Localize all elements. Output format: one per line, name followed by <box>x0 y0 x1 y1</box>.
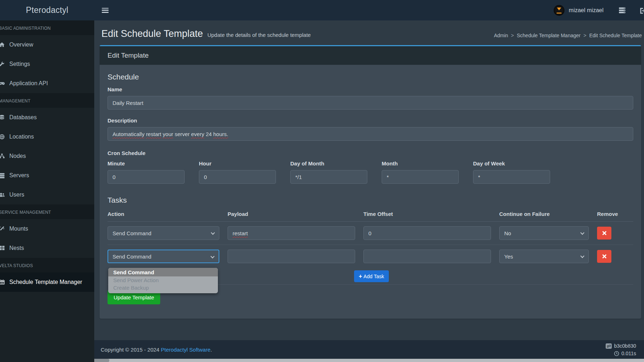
sitemap-icon <box>0 153 6 159</box>
action-value: Send Command <box>113 230 151 236</box>
add-task-button[interactable]: + Add Task <box>354 270 389 282</box>
breadcrumb-item: Edit Schedule Template <box>589 33 642 38</box>
sidebar-section-header: MANAGEMENT <box>0 93 94 108</box>
cron-field-label: Day of Month <box>290 160 367 166</box>
panel-title: Edit Template <box>100 46 641 65</box>
breadcrumb-item[interactable]: Schedule Template Manager <box>517 33 581 38</box>
tasks-section: Tasks ActionPayloadTime OffsetContinue o… <box>108 196 633 314</box>
description-input[interactable]: Automatically restart your server every … <box>108 127 633 141</box>
sidebar-section-header: SERVICE MANAGEMENT <box>0 204 94 219</box>
home-icon <box>0 42 6 48</box>
sidebar-item-label: Users <box>9 192 24 198</box>
copyright-suffix: . <box>210 347 212 353</box>
action-select[interactable]: Send Command <box>108 250 219 263</box>
edit-template-panel: Edit Template Schedule Name Daily Restar… <box>100 45 641 319</box>
schedule-section-heading: Schedule <box>108 73 633 81</box>
continue-on-failure-select[interactable]: No <box>499 226 589 240</box>
sign-out-icon[interactable] <box>639 7 644 13</box>
sidebar-item-locations[interactable]: Locations <box>0 127 94 146</box>
time-offset-value: 0 <box>368 230 371 236</box>
sidebar-item-overview[interactable]: Overview <box>0 35 94 54</box>
brand-logo[interactable]: Pterodactyl <box>0 0 94 20</box>
remove-task-button[interactable] <box>597 227 611 240</box>
sidebar-item-schedule-template-manager[interactable]: Schedule Template Manager <box>0 272 94 292</box>
sidebar-item-label: Settings <box>9 61 30 67</box>
sidebar-item-servers[interactable]: Servers <box>0 166 94 185</box>
payload-input[interactable]: restart <box>228 226 355 240</box>
continue-on-failure-select[interactable]: Yes <box>499 250 589 263</box>
action-value: Send Command <box>113 254 151 260</box>
plus-icon: + <box>359 273 362 280</box>
cron-field-input[interactable]: * <box>382 170 459 184</box>
sidebar-item-settings[interactable]: Settings <box>0 54 94 74</box>
remove-task-button[interactable] <box>597 250 611 263</box>
sidebar-item-nodes[interactable]: Nodes <box>0 146 94 166</box>
sidebar-toggle-icon[interactable] <box>102 8 109 13</box>
user-name[interactable]: mizael mizael <box>569 7 604 14</box>
action-select[interactable]: Send Command <box>108 226 219 240</box>
server-icon <box>0 173 6 179</box>
sidebar-item-label: Servers <box>9 172 29 179</box>
copyright-prefix: Copyright © 2015 - 2024 <box>101 347 161 353</box>
pterodactyl-software-link[interactable]: Pterodactyl Software <box>161 347 210 353</box>
page-subtitle: Update the details of the schedule templ… <box>207 32 311 38</box>
cron-field-input[interactable]: 0 <box>108 170 185 184</box>
sidebar-item-application-api[interactable]: Application API <box>0 74 94 93</box>
cron-field-label: Month <box>382 160 459 166</box>
description-word: your <box>163 131 173 137</box>
wrench-icon <box>0 61 6 67</box>
cron-field-input[interactable]: 0 <box>199 170 276 184</box>
sidebar-item-label: Overview <box>9 42 33 48</box>
description-word: hours. <box>213 131 228 137</box>
description-word: server <box>175 131 190 137</box>
cron-field-value: 0 <box>204 174 207 180</box>
name-input[interactable]: Daily Restart <box>108 96 633 110</box>
tasks-column-header: Action <box>108 211 219 217</box>
grid-icon <box>0 245 6 251</box>
sidebar-item-nests[interactable]: Nests <box>0 238 94 258</box>
sidebar-item-users[interactable]: Users <box>0 185 94 204</box>
user-avatar[interactable] <box>554 5 564 16</box>
calendar-icon <box>0 279 6 285</box>
navbar-right: mizael mizael <box>554 0 644 20</box>
description-word: restart <box>146 131 161 137</box>
breadcrumb-separator: > <box>511 33 514 38</box>
name-value: Daily Restart <box>113 100 143 106</box>
footer: Copyright © 2015 - 2024 Pterodactyl Soft… <box>94 340 644 359</box>
load-time: 0.011s <box>621 350 636 357</box>
breadcrumb-separator: > <box>583 33 586 38</box>
sidebar-section-header: BASIC ADMINISTRATION <box>0 20 94 35</box>
page-title: Edit Schedule Template <box>101 28 203 39</box>
cron-field-value: * <box>387 174 389 180</box>
chevron-down-icon <box>210 254 214 258</box>
cron-field-label: Day of Week <box>473 160 550 166</box>
server-stack-icon[interactable] <box>619 7 626 13</box>
add-task-band: + Add Task Send CommandSend Power Action… <box>108 268 633 284</box>
chevron-down-icon <box>580 254 584 258</box>
sidebar-item-label: Schedule Template Manager <box>9 279 82 285</box>
sidebar-item-label: Nests <box>9 245 24 251</box>
action-select-dropdown: Send CommandSend Power ActionCreate Back… <box>108 268 218 293</box>
continue-value: No <box>504 230 511 236</box>
sidebar-section-header: VELTA STUDIOS <box>0 258 94 272</box>
sidebar-item-label: Databases <box>9 114 37 121</box>
dropdown-option-send-command[interactable]: Send Command <box>108 268 218 276</box>
dropdown-option-create-backup[interactable]: Create Backup <box>108 284 218 291</box>
time-offset-input[interactable]: 0 <box>363 226 491 240</box>
copyright-text: Copyright © 2015 - 2024 Pterodactyl Soft… <box>101 347 212 353</box>
task-row: Send CommandYes <box>108 245 633 268</box>
payload-input[interactable] <box>228 250 355 263</box>
users-icon <box>0 192 6 198</box>
horizontal-scrollbar[interactable] <box>0 359 644 362</box>
time-offset-input[interactable] <box>363 250 491 263</box>
tasks-section-heading: Tasks <box>108 196 633 204</box>
cron-field-input[interactable]: */1 <box>290 170 367 184</box>
breadcrumb-item[interactable]: Admin <box>494 33 508 38</box>
tasks-column-header: Continue on Failure <box>499 211 589 217</box>
sidebar-item-mounts[interactable]: Mounts <box>0 219 94 238</box>
dropdown-option-send-power-action[interactable]: Send Power Action <box>108 276 218 284</box>
close-icon <box>602 254 606 259</box>
cron-field-input[interactable]: * <box>473 170 550 184</box>
sidebar-item-databases[interactable]: Databases <box>0 108 94 127</box>
continue-value: Yes <box>504 254 513 260</box>
